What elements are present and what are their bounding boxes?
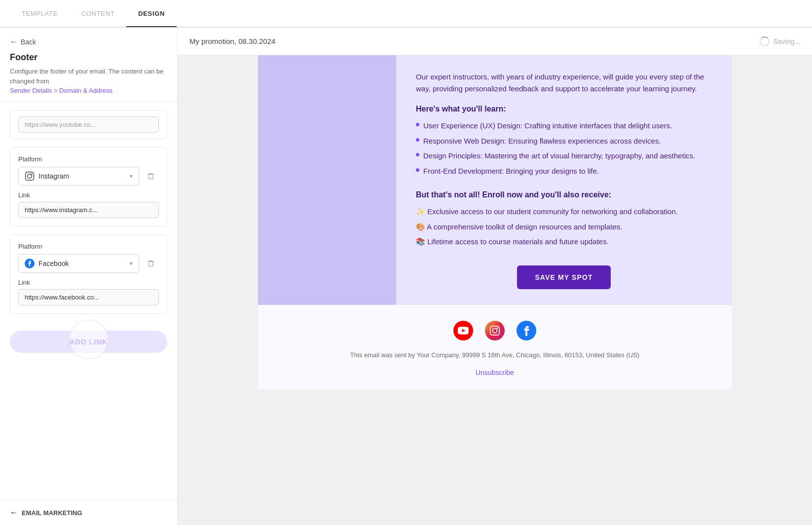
sidebar-header: ← Back Footer Configure the footer of yo… (0, 28, 177, 102)
instagram-chevron-icon: ▾ (130, 173, 133, 180)
svg-point-5 (492, 328, 497, 333)
instagram-trash-icon (147, 172, 155, 180)
bullet-item-4: Front-End Development: Bringing your des… (416, 166, 712, 177)
sender-details-link[interactable]: Sender Details > Domain & Address (10, 87, 112, 94)
instagram-link-label: Link (18, 191, 159, 199)
saving-spinner-icon (760, 37, 770, 46)
unsubscribe-link[interactable]: Unsubscribe (476, 369, 514, 376)
top-navigation: TEMPLATE CONTENT DESIGN (0, 0, 812, 28)
facebook-social-icon-glyph (523, 325, 529, 336)
learn-heading: Here's what you'll learn: (416, 105, 712, 113)
facebook-social-icon[interactable] (517, 321, 536, 340)
instagram-select-row: Instagram ▾ (18, 167, 159, 186)
email-footer-section: This email was sent by Your Company, 999… (258, 305, 732, 389)
facebook-platform-dropdown[interactable]: Facebook ▾ (18, 254, 139, 273)
promo-title: My promotion, 08.30.2024 (189, 37, 275, 45)
facebook-delete-button[interactable] (143, 256, 159, 271)
tab-template[interactable]: TEMPLATE (10, 1, 70, 27)
instagram-link-input[interactable] (18, 202, 159, 218)
instagram-social-icon[interactable] (485, 321, 505, 340)
enroll-heading: But that's not all! Enroll now and you'l… (416, 190, 712, 199)
bullet-dot-1 (416, 123, 419, 126)
instagram-platform-dropdown[interactable]: Instagram ▾ (18, 167, 139, 186)
instagram-icon (25, 171, 35, 181)
left-arrow-icon: ← (10, 508, 18, 517)
svg-point-6 (497, 327, 498, 329)
instagram-platform-card: Platform Instagram ▾ (10, 147, 167, 226)
back-arrow-icon: ← (10, 38, 18, 46)
sidebar-scroll-area: Platform Instagram ▾ (0, 102, 177, 500)
bonus-item-1: ✨ Exclusive access to our student commun… (416, 206, 712, 218)
facebook-icon-text: Facebook (25, 259, 69, 268)
facebook-platform-card: Platform Facebook ▾ (10, 234, 167, 314)
bonus-item-2: 🎨 A comprehensive toolkit of design reso… (416, 222, 712, 233)
email-hero-content: Our expert instructors, with years of in… (396, 55, 732, 305)
bullet-item-1: User Experience (UX) Design: Crafting in… (416, 120, 712, 132)
saving-indicator: Saving... (760, 37, 800, 46)
facebook-link-label: Link (18, 279, 159, 286)
social-icons-row (278, 321, 712, 340)
bonus-list: ✨ Exclusive access to our student commun… (416, 206, 712, 252)
saving-label: Saving... (774, 38, 800, 45)
svg-rect-0 (26, 172, 34, 180)
instagram-platform-label: Platform (18, 155, 159, 163)
sidebar-description: Configure the footer of your email. The … (10, 67, 167, 96)
facebook-platform-label: Platform (18, 243, 159, 250)
bullet-item-3: Design Principles: Mastering the art of … (416, 150, 712, 162)
tab-content[interactable]: CONTENT (70, 1, 126, 27)
bullet-dot-2 (416, 138, 419, 142)
email-hero-section: Our expert instructors, with years of in… (258, 55, 732, 305)
bullet-dot-3 (416, 153, 419, 156)
facebook-chevron-icon: ▾ (130, 260, 133, 267)
cta-button[interactable]: SAVE MY SPOT (517, 265, 610, 289)
back-button[interactable]: ← Back (10, 38, 167, 46)
main-layout: ← Back Footer Configure the footer of yo… (0, 28, 812, 525)
sidebar: ← Back Footer Configure the footer of yo… (0, 28, 178, 525)
tab-design[interactable]: DESIGN (126, 1, 177, 27)
add-link-wrapper: ADD LINK (10, 322, 167, 358)
back-label: Back (21, 38, 36, 46)
youtube-link-input[interactable] (18, 116, 159, 133)
svg-point-1 (28, 174, 32, 178)
svg-rect-4 (490, 326, 499, 335)
email-preview-scroll[interactable]: Our expert instructors, with years of in… (178, 55, 812, 525)
youtube-icon (458, 327, 469, 335)
instagram-icon-text: Instagram (25, 171, 69, 181)
youtube-social-icon[interactable] (453, 321, 473, 340)
bullet-dot-4 (416, 168, 419, 172)
facebook-icon (25, 259, 35, 268)
bullet-item-2: Responsive Web Design: Ensuring flawless… (416, 136, 712, 147)
facebook-trash-icon (147, 260, 155, 267)
email-marketing-label: EMAIL MARKETING (22, 509, 82, 517)
email-hero-image-placeholder (258, 55, 396, 305)
email-canvas: Our expert instructors, with years of in… (258, 55, 732, 389)
sidebar-footer: ← EMAIL MARKETING (0, 500, 177, 525)
youtube-partial-card (10, 110, 167, 139)
footer-address-text: This email was sent by Your Company, 999… (278, 350, 712, 361)
bonus-item-3: 📚 Lifetime access to course materials an… (416, 236, 712, 248)
facebook-link-input[interactable] (18, 289, 159, 305)
preview-header: My promotion, 08.30.2024 Saving... (178, 28, 812, 55)
instagram-social-icon-glyph (489, 325, 500, 336)
hero-body-text: Our expert instructors, with years of in… (416, 71, 712, 95)
add-link-button[interactable]: ADD LINK (10, 331, 167, 353)
preview-area: My promotion, 08.30.2024 Saving... Our e… (178, 28, 812, 525)
bullet-list: User Experience (UX) Design: Crafting in… (416, 120, 712, 181)
instagram-delete-button[interactable] (143, 168, 159, 184)
sidebar-title: Footer (10, 52, 167, 63)
svg-point-2 (31, 173, 33, 175)
facebook-select-row: Facebook ▾ (18, 254, 159, 273)
